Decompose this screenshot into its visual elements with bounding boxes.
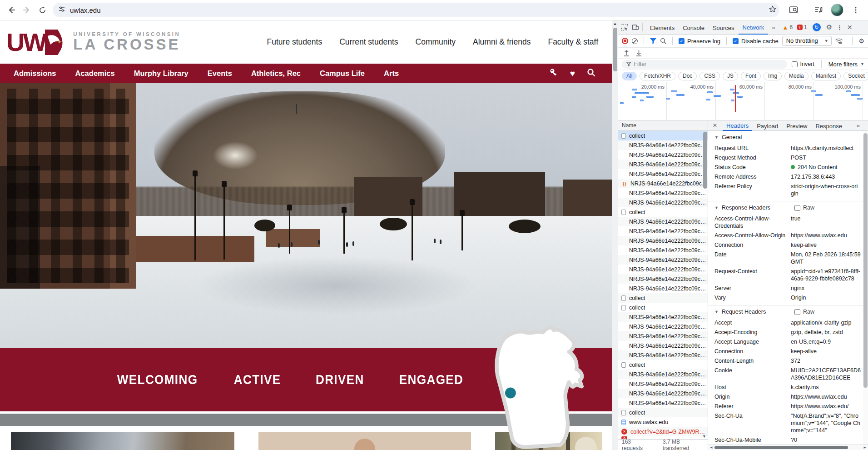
top-nav-link[interactable]: Future students: [267, 37, 322, 47]
details-tab-preview[interactable]: Preview: [783, 121, 811, 130]
reload-icon[interactable]: [35, 2, 50, 18]
scroll-more-indicator[interactable]: ▼: [702, 434, 706, 439]
network-request-row[interactable]: NRJS-94a66e14e222fbc09c…: [618, 150, 708, 160]
network-request-row[interactable]: collect: [618, 293, 708, 303]
scrollbar-thumb[interactable]: [613, 28, 617, 71]
network-request-row[interactable]: NRJS-94a66e14e222fbc09c…: [618, 245, 708, 255]
filter-chip-socket[interactable]: Socket: [843, 72, 868, 80]
network-request-row[interactable]: collect: [618, 408, 708, 417]
filter-chip-media[interactable]: Media: [784, 72, 808, 80]
heart-icon[interactable]: ♥: [570, 69, 575, 78]
details-horizontal-scrollbar[interactable]: ◄ ►: [708, 445, 868, 450]
uwl-logo[interactable]: UW UNIVERSITY OF WISCONSIN LA CROSSE: [6, 30, 181, 55]
network-request-row[interactable]: NRJS-94a66e14e222fbc09c…: [618, 341, 708, 350]
more-tabs-icon[interactable]: »: [769, 24, 778, 31]
browser-menu-icon[interactable]: [848, 2, 863, 18]
preserve-log-checkbox[interactable]: ✓Preserve log: [679, 38, 720, 45]
close-details-icon[interactable]: ✕: [708, 122, 722, 129]
raw-checkbox[interactable]: Raw: [794, 205, 814, 211]
network-request-row[interactable]: NRJS-94a66e14e222fbc09c…: [618, 169, 708, 179]
network-settings-icon[interactable]: ⚙: [858, 37, 864, 45]
filter-chip-manifest[interactable]: Manifest: [811, 72, 841, 80]
network-request-row[interactable]: NRJS-94a66e14e222fbc09c…: [618, 389, 708, 398]
profile-avatar[interactable]: [831, 4, 843, 16]
details-tab-headers[interactable]: Headers: [723, 120, 752, 131]
primary-nav-link[interactable]: Campus Life: [320, 69, 365, 78]
network-request-row[interactable]: collect: [618, 131, 708, 140]
network-request-row[interactable]: NRJS-94a66e14e222fbc09c…: [618, 226, 708, 236]
top-nav-link[interactable]: Alumni & friends: [473, 37, 531, 47]
site-settings-icon[interactable]: [58, 5, 65, 15]
network-request-row[interactable]: www.uwlax.edu: [618, 417, 708, 427]
section-header[interactable]: ▼General: [708, 131, 863, 143]
primary-nav-link[interactable]: Arts: [384, 69, 399, 78]
network-request-row[interactable]: collect: [618, 207, 708, 217]
details-tab-payload[interactable]: Payload: [753, 121, 782, 130]
network-request-row[interactable]: NRJS-94a66e14e222fbc09c…: [618, 370, 708, 379]
filter-chip-js[interactable]: JS: [723, 72, 738, 80]
page-scrollbar[interactable]: ▲: [612, 20, 618, 450]
export-har-icon[interactable]: [636, 50, 642, 56]
network-request-row[interactable]: NRJS-94a66e14e222fbc09c…: [618, 160, 708, 169]
network-request-row[interactable]: NRJS-94a66e14e222fbc09c…: [618, 140, 708, 150]
back-icon[interactable]: [4, 2, 19, 18]
side-panel-search-icon[interactable]: [786, 2, 801, 18]
import-har-icon[interactable]: [624, 50, 630, 56]
primary-nav-link[interactable]: Events: [208, 69, 232, 78]
devtools-menu-icon[interactable]: ⋮: [837, 24, 843, 31]
top-nav-link[interactable]: Current students: [339, 37, 398, 47]
search-icon[interactable]: [587, 68, 595, 79]
story-card[interactable]: [5, 428, 241, 450]
scrollbar-up-arrow[interactable]: ▲: [612, 21, 618, 26]
filter-chip-fetch-xhr[interactable]: Fetch/XHR: [640, 72, 675, 80]
network-request-row[interactable]: NRJS-94a66e14e222fbc09c…: [618, 350, 708, 360]
bookmark-star-icon[interactable]: [769, 5, 777, 15]
name-column-header[interactable]: Name: [618, 120, 708, 131]
more-filters-button[interactable]: More filters▼: [828, 61, 864, 68]
story-card[interactable]: [252, 428, 477, 450]
url-text[interactable]: uwlax.edu: [70, 6, 769, 14]
filter-chip-img[interactable]: Img: [764, 72, 782, 80]
primary-nav-link[interactable]: Academics: [75, 69, 115, 78]
device-toolbar-icon[interactable]: [632, 24, 639, 31]
devtools-tab-console[interactable]: Console: [679, 21, 709, 34]
network-request-row[interactable]: NRJS-94a66e14e222fbc09c…: [618, 236, 708, 245]
errors-badge[interactable]: !1: [797, 24, 807, 30]
devtools-tab-network[interactable]: Network: [739, 20, 769, 35]
filter-chip-doc[interactable]: Doc: [678, 72, 697, 80]
filter-chip-font[interactable]: Font: [741, 72, 761, 80]
request-list-scrollbar-thumb[interactable]: [703, 132, 707, 189]
key-icon[interactable]: [550, 68, 558, 79]
network-request-row[interactable]: NRJS-94a66e14e222fbc09c…: [618, 331, 708, 341]
network-request-row[interactable]: NRJS-94a66e14e222fbc09c…: [618, 398, 708, 408]
search-network-icon[interactable]: [660, 38, 666, 44]
network-request-row[interactable]: NRJS-94a66e14e222fbc09c…: [618, 255, 708, 265]
network-conditions-icon[interactable]: [835, 38, 843, 44]
network-request-row[interactable]: collect: [618, 303, 708, 312]
network-request-row[interactable]: NRJS-94a66e14e222fbc09c…: [618, 274, 708, 284]
network-request-row[interactable]: NRJS-94a66e14e222fbc09c…: [618, 188, 708, 198]
invert-checkbox[interactable]: Invert: [792, 61, 814, 67]
primary-nav-link[interactable]: Admissions: [14, 69, 56, 78]
primary-nav-link[interactable]: Murphy Library: [134, 69, 188, 78]
warnings-badge[interactable]: ▲6: [783, 24, 793, 31]
filter-chip-all[interactable]: All: [622, 72, 637, 80]
details-tab-response[interactable]: Response: [812, 121, 846, 130]
section-collapse-icon[interactable]: ▼: [714, 205, 719, 210]
story-card[interactable]: [489, 428, 609, 450]
network-request-row[interactable]: NRJS-94a66e14e222fbc09c…: [618, 379, 708, 389]
devtools-tab-elements[interactable]: Elements: [646, 21, 679, 34]
address-bar[interactable]: uwlax.edu: [53, 3, 779, 17]
devtools-settings-icon[interactable]: ⚙: [826, 23, 832, 31]
network-request-row[interactable]: NRJS-94a66e14e222fbc09c…: [618, 217, 708, 226]
inspect-element-icon[interactable]: [621, 24, 628, 31]
filter-chip-css[interactable]: CSS: [699, 72, 720, 80]
primary-nav-link[interactable]: Athletics, Rec: [251, 69, 301, 78]
extension-icon[interactable]: ↻: [813, 23, 821, 31]
network-filter-input[interactable]: [634, 61, 782, 67]
top-nav-link[interactable]: Community: [416, 37, 456, 47]
section-header[interactable]: ▼Response HeadersRaw: [708, 201, 863, 214]
filter-toggle-icon[interactable]: [650, 38, 656, 44]
network-overview-timeline[interactable]: 20,000 ms40,000 ms60,000 ms80,000 ms100,…: [618, 82, 868, 120]
network-request-row[interactable]: NRJS-94a66e14e222fbc09c…: [618, 265, 708, 274]
